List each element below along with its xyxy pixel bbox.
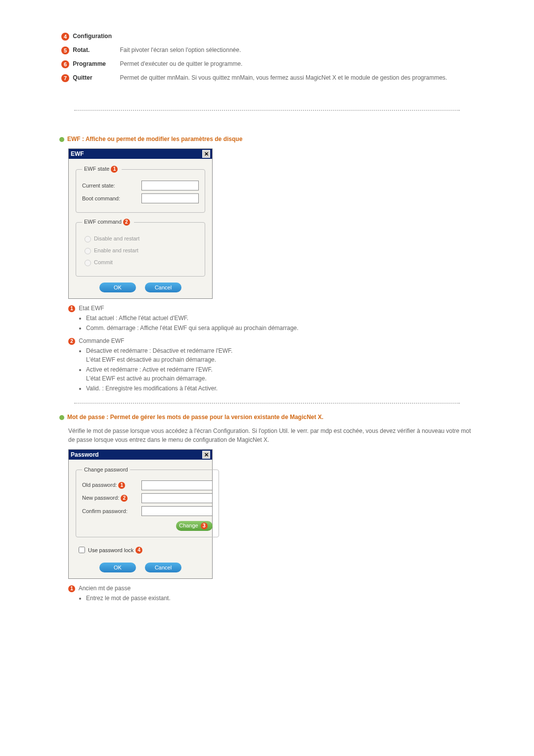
ewf-cancel-button[interactable]: Cancel xyxy=(145,283,181,292)
ewf-note2-b2: Active et redémarre : Active et redémarr… xyxy=(86,365,475,383)
password-dialog-titlebar: Password ✕ xyxy=(69,450,212,460)
boot-command-label: Boot command: xyxy=(82,195,141,201)
password-note1-title: Ancien mt de passe xyxy=(79,585,131,592)
old-password-label: Old password: 1 xyxy=(82,482,141,489)
item-6-desc: Permet d'exécuter ou de quitter le progr… xyxy=(118,57,475,71)
ewf-disable-label: Disable and restart xyxy=(94,236,139,241)
ewf-note1-title: Etat EWF xyxy=(79,305,104,312)
item-7-label: Quitter xyxy=(73,74,92,81)
password-cancel-button[interactable]: Cancel xyxy=(145,563,181,572)
item-5-desc: Fait pivoter l'écran selon l'option séle… xyxy=(118,44,475,57)
ewf-commit-label: Commit xyxy=(94,259,113,265)
password-note1-badge: 1 xyxy=(68,585,75,592)
ewf-note1-b2: Comm. démarrage : Affiche l'état EWF qui… xyxy=(86,324,475,332)
confirm-password-label: Confirm password: xyxy=(82,508,141,514)
password-note1-b1: Entrez le mot de passe existant. xyxy=(86,594,475,603)
item-5-badge: 5 xyxy=(61,47,69,54)
ewf-command-group: EWF command 2 Disable and restart Enable… xyxy=(76,219,205,277)
close-icon[interactable]: ✕ xyxy=(202,451,210,459)
ewf-note2-title: Commande EWF xyxy=(79,337,124,344)
ewf-note2-b1a: Désactive et redémarre : Désactive et re… xyxy=(86,347,232,354)
ewf-note1-b1: Etat actuel : Affiche l'état actuel d'EW… xyxy=(86,314,475,323)
ewf-state-legend: EWF state xyxy=(84,166,109,172)
ewf-state-group: EWF state 1 Current state: Boot command: xyxy=(76,166,205,213)
old-password-badge: 1 xyxy=(118,482,125,489)
change-button-label: Change xyxy=(179,522,198,528)
change-password-legend: Change password xyxy=(82,467,130,472)
current-state-box xyxy=(141,181,199,190)
item-7-badge: 7 xyxy=(61,74,69,82)
ewf-commit-radio[interactable] xyxy=(85,260,91,266)
password-ok-button[interactable]: OK xyxy=(99,563,136,572)
ewf-note2-badge: 2 xyxy=(68,338,75,345)
new-password-input[interactable] xyxy=(141,493,213,503)
password-notes: 1 Ancien mt de passe Entrez le mot de pa… xyxy=(68,584,475,603)
item-6-badge: 6 xyxy=(61,60,69,68)
password-heading: Mot de passe : Permet de gérer les mots … xyxy=(59,414,475,421)
password-lock-checkbox[interactable] xyxy=(79,547,85,553)
ewf-note2-b2b: L'état EWF est activé au prochain démarr… xyxy=(86,375,207,382)
ewf-note2-b3: Valid. : Enregistre les modifications à … xyxy=(86,384,475,393)
ewf-note1-badge: 1 xyxy=(68,305,75,312)
password-lock-badge: 4 xyxy=(135,547,142,554)
ewf-enable-radio[interactable] xyxy=(85,248,91,254)
ewf-dialog: EWF ✕ EWF state 1 Current state: Boot co… xyxy=(68,148,213,299)
new-password-label-text: New password: xyxy=(82,495,119,501)
ewf-note2-b1b: L'état EWF est désactivé au prochain dém… xyxy=(86,356,216,363)
item-6-label: Programme xyxy=(73,60,106,67)
password-lock-label: Use password lock xyxy=(88,547,134,553)
ewf-note2-b1: Désactive et redémarre : Désactive et re… xyxy=(86,346,475,364)
current-state-label: Current state: xyxy=(82,183,141,189)
new-password-badge: 2 xyxy=(121,495,128,502)
item-5-label: Rotat. xyxy=(73,47,89,53)
ewf-heading: EWF : Affiche ou permet de modifier les … xyxy=(59,136,475,142)
ewf-ok-button[interactable]: OK xyxy=(99,283,136,292)
new-password-label: New password: 2 xyxy=(82,495,141,502)
items-table: 4 Configuration 5 Rotat. Fait pivoter l'… xyxy=(59,30,475,85)
password-dialog: Password ✕ Change password Old password:… xyxy=(68,449,213,579)
item-7-desc: Permet de quitter mnMain. Si vous quitte… xyxy=(118,71,475,85)
ewf-state-legend-badge: 1 xyxy=(111,166,118,173)
item-4-label: Configuration xyxy=(73,33,112,40)
ewf-dialog-title: EWF xyxy=(71,150,84,157)
close-icon[interactable]: ✕ xyxy=(202,150,210,158)
confirm-password-input[interactable] xyxy=(141,506,213,516)
item-4-desc xyxy=(118,30,475,44)
ewf-enable-label: Enable and restart xyxy=(94,247,138,253)
separator xyxy=(74,110,460,111)
ewf-command-legend-badge: 2 xyxy=(123,219,130,226)
ewf-disable-radio[interactable] xyxy=(85,236,91,242)
boot-command-box xyxy=(141,193,199,203)
change-button-badge: 3 xyxy=(201,522,208,529)
change-button[interactable]: Change 3 xyxy=(176,521,213,531)
ewf-notes: 1 Etat EWF Etat actuel : Affiche l'état … xyxy=(68,304,475,393)
old-password-label-text: Old password: xyxy=(82,482,117,488)
ewf-note2-b2a: Active et redémarre : Active et redémarr… xyxy=(86,366,213,373)
change-password-group: Change password Old password: 1 New pass… xyxy=(76,467,219,537)
ewf-command-legend: EWF command xyxy=(84,219,122,225)
separator xyxy=(74,403,460,404)
password-dialog-title: Password xyxy=(71,451,99,458)
ewf-dialog-titlebar: EWF ✕ xyxy=(69,149,212,159)
old-password-input[interactable] xyxy=(141,480,213,490)
item-4-badge: 4 xyxy=(61,33,69,41)
password-body: Vérifie le mot de passe lorsque vous acc… xyxy=(68,426,475,444)
